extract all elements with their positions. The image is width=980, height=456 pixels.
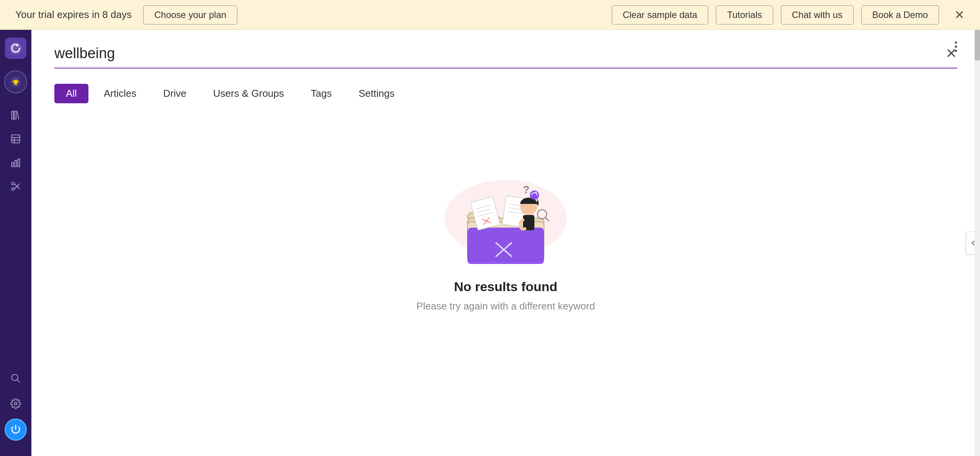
svg-rect-16 [15,160,17,166]
sidebar-item-library[interactable] [5,105,26,125]
power-button[interactable] [5,419,27,441]
content-area: ✕ All Articles Drive Users & Groups Tags… [31,30,980,456]
svg-point-42 [522,209,526,214]
svg-point-6 [15,79,15,80]
main-layout: ✕ All Articles Drive Users & Groups Tags… [0,30,980,456]
trial-banner: Your trial expires in 8 days Choose your… [0,0,980,30]
no-results-section: ? No results found Please try again with… [54,126,957,327]
svg-rect-9 [12,111,14,119]
no-results-title: No results found [454,279,557,294]
tab-users-groups[interactable]: Users & Groups [202,84,296,103]
svg-rect-10 [15,111,16,119]
sidebar-item-search[interactable] [5,368,26,389]
clear-sample-button[interactable]: Clear sample data [612,5,709,24]
search-panel: ✕ All Articles Drive Users & Groups Tags… [31,30,980,456]
choose-plan-button[interactable]: Choose your plan [143,5,237,24]
sidebar-item-tools[interactable] [5,176,26,197]
scrollbar-thumb[interactable] [975,30,980,60]
filter-tabs: All Articles Drive Users & Groups Tags S… [54,84,957,103]
sidebar-nav [5,105,26,364]
sidebar-item-list[interactable] [5,129,26,149]
tab-tags[interactable]: Tags [299,84,343,103]
search-bar: ✕ [54,45,957,68]
svg-point-18 [12,182,15,185]
app-logo[interactable] [5,37,26,59]
banner-right: Clear sample data Tutorials Chat with us… [612,5,965,24]
tab-all[interactable]: All [54,84,88,103]
svg-rect-17 [18,159,20,167]
svg-point-43 [530,191,539,200]
no-results-illustration: ? [433,142,578,264]
scrollbar[interactable] [975,30,980,456]
sidebar [0,30,31,456]
svg-rect-11 [12,135,20,143]
svg-rect-5 [14,84,18,85]
svg-rect-15 [12,163,14,167]
sidebar-bottom [5,368,27,448]
more-options-button[interactable] [955,41,957,52]
sidebar-item-settings[interactable] [5,393,26,414]
close-banner-button[interactable]: ✕ [954,8,965,22]
svg-point-24 [15,402,17,405]
no-results-subtitle: Please try again with a different keywor… [416,300,595,312]
svg-point-8 [16,79,17,80]
svg-point-1 [16,44,18,46]
user-avatar[interactable] [4,70,27,93]
svg-point-44 [535,192,537,193]
tab-articles[interactable]: Articles [92,84,148,103]
svg-point-19 [12,188,15,191]
search-input[interactable] [54,45,946,62]
svg-point-22 [12,375,18,381]
svg-text:?: ? [523,184,529,195]
sidebar-item-analytics[interactable] [5,152,26,173]
svg-point-7 [15,78,16,79]
tab-drive[interactable]: Drive [152,84,198,103]
banner-left: Your trial expires in 8 days Choose your… [15,5,237,24]
svg-line-23 [17,380,20,382]
book-demo-button[interactable]: Book a Demo [861,5,939,24]
chat-button[interactable]: Chat with us [781,5,854,24]
trial-text: Your trial expires in 8 days [15,9,132,21]
tab-settings[interactable]: Settings [347,84,406,103]
tutorials-button[interactable]: Tutorials [716,5,773,24]
